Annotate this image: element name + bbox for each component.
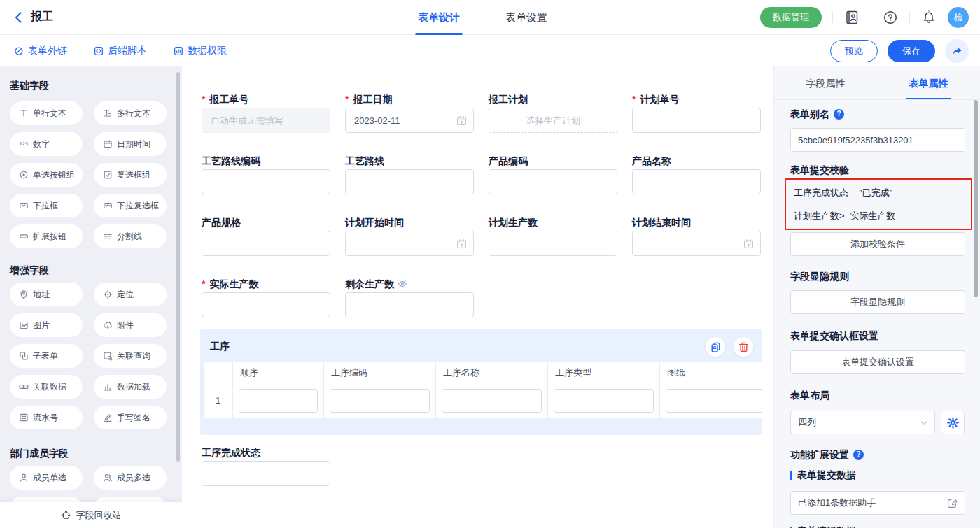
sidebar-item-select[interactable]: 下拉框 xyxy=(10,194,83,217)
field-route-code[interactable]: 工艺路线编码 xyxy=(202,154,330,194)
field-process-status[interactable]: 工序完成状态 xyxy=(202,445,330,486)
sidebar-item-text-single[interactable]: 单行文本 xyxy=(10,101,83,125)
sidebar-item-linked-data[interactable]: 关联数据 xyxy=(10,375,83,399)
sidebar-scrollbar[interactable] xyxy=(176,72,180,462)
copy-subform-button[interactable] xyxy=(706,337,725,357)
process-code-cell-input[interactable] xyxy=(330,389,430,413)
tab-form-settings[interactable]: 表单设置 xyxy=(505,0,547,35)
preview-button[interactable]: 预览 xyxy=(830,40,878,62)
contact-book-button[interactable] xyxy=(844,9,860,26)
help-button[interactable] xyxy=(882,9,899,26)
sidebar-item-address[interactable]: 地址 xyxy=(10,283,83,306)
tab-field-properties[interactable]: 字段属性 xyxy=(774,66,877,99)
layout-settings-button[interactable] xyxy=(941,411,965,434)
item-label: 流水号 xyxy=(33,412,58,424)
route-input[interactable] xyxy=(346,170,473,194)
title-edit-dash[interactable] xyxy=(70,27,132,27)
sidebar-item-member-single[interactable]: 成员单选 xyxy=(10,466,83,490)
back-chevron-icon xyxy=(11,10,27,25)
plan-qty-input[interactable] xyxy=(489,231,617,255)
sidebar-item-multi-select[interactable]: 下拉复选框 xyxy=(94,194,167,217)
panel-scrollbar[interactable] xyxy=(974,100,978,297)
data-load-icon xyxy=(103,382,113,392)
data-manage-button[interactable]: 数据管理 xyxy=(760,7,822,28)
field-report-plan[interactable]: 报工计划 xyxy=(489,92,617,133)
sidebar-item-member-multi[interactable]: 成员多选 xyxy=(94,466,167,490)
back-button[interactable] xyxy=(11,10,27,25)
sidebar-item-ext-button[interactable]: 扩展按钮 xyxy=(10,224,83,248)
multi-select-icon xyxy=(103,201,113,211)
extension-help-icon[interactable]: ? xyxy=(853,450,864,460)
field-recycle-bin[interactable]: 字段回收站 xyxy=(0,502,182,528)
sidebar-item-subform[interactable]: 子表单 xyxy=(10,344,83,368)
product-name-input[interactable] xyxy=(633,170,760,194)
delete-subform-button[interactable] xyxy=(734,337,753,357)
sidebar-item-divider[interactable]: 分割线 xyxy=(94,224,167,248)
field-report-date[interactable]: *报工日期 xyxy=(345,92,474,133)
product-spec-input[interactable] xyxy=(202,231,330,255)
subform-process[interactable]: 工序 顺序 工序编码 工序名称 工序类型 xyxy=(200,329,762,435)
save-button[interactable]: 保存 xyxy=(888,40,935,62)
data-permission-button[interactable]: 数据权限 xyxy=(174,45,227,57)
sidebar-item-location[interactable]: 定位 xyxy=(94,283,167,306)
tab-form-design[interactable]: 表单设计 xyxy=(418,0,460,35)
field-label: 产品规格 xyxy=(202,215,241,229)
process-type-cell-input[interactable] xyxy=(554,389,654,413)
sidebar-item-image[interactable]: 图片 xyxy=(10,313,83,337)
validation-rule-1[interactable]: 工序完成状态=="已完成" xyxy=(794,181,971,204)
process-status-input[interactable] xyxy=(202,462,330,485)
sidebar-item-checkbox-group[interactable]: 复选框组 xyxy=(94,163,167,187)
sidebar-item-number[interactable]: 123 数字 xyxy=(10,132,83,156)
sidebar-item-text-multi[interactable]: 多行文本 xyxy=(94,101,167,125)
sidebar-item-lookup[interactable]: 关联查询 xyxy=(94,344,167,368)
sidebar-item-attachment[interactable]: 附件 xyxy=(94,313,167,337)
user-avatar[interactable]: 检 xyxy=(948,7,969,28)
sidebar-item-datetime[interactable]: 日期时间 xyxy=(94,132,167,156)
tab-form-properties[interactable]: 表单属性 xyxy=(877,66,980,99)
route-code-input[interactable] xyxy=(202,170,330,194)
process-name-cell-input[interactable] xyxy=(442,389,542,413)
field-plan-no[interactable]: *计划单号 xyxy=(632,92,761,133)
report-no-input[interactable] xyxy=(202,108,330,132)
submit-data-box[interactable]: 已添加1条数据助手 xyxy=(790,491,965,515)
plan-no-input[interactable] xyxy=(633,108,760,132)
data-permission-label: 数据权限 xyxy=(188,45,227,57)
field-product-name[interactable]: 产品名称 xyxy=(632,154,761,194)
copy-icon xyxy=(710,341,722,353)
add-validation-button[interactable]: 添加校验条件 xyxy=(790,232,965,256)
layout-select[interactable]: 四列 xyxy=(790,411,935,434)
sidebar-item-radio-group[interactable]: 单选按钮组 xyxy=(10,163,83,187)
report-plan-input[interactable] xyxy=(489,108,617,132)
alias-help-icon[interactable]: ? xyxy=(834,109,844,120)
plan-start-input[interactable] xyxy=(346,231,473,255)
field-route[interactable]: 工艺路线 xyxy=(345,154,474,194)
backend-script-button[interactable]: 后端脚本 xyxy=(94,45,147,57)
report-date-input[interactable] xyxy=(346,108,473,132)
actual-qty-input[interactable] xyxy=(202,293,330,317)
share-button[interactable] xyxy=(945,39,969,63)
plan-end-input[interactable] xyxy=(633,231,760,255)
order-cell-input[interactable] xyxy=(239,389,318,413)
field-report-no[interactable]: *报工单号 xyxy=(202,92,330,133)
visibility-rules-button[interactable]: 字段显隐规则 xyxy=(790,290,965,314)
remain-qty-input[interactable] xyxy=(346,293,473,317)
sidebar-item-signature[interactable]: 手写签名 xyxy=(94,406,167,429)
product-code-input[interactable] xyxy=(489,170,617,194)
external-link-button[interactable]: 表单外链 xyxy=(14,45,67,57)
field-actual-qty[interactable]: *实际生产数 xyxy=(202,277,330,317)
field-remain-qty[interactable]: 剩余生产数 xyxy=(345,277,474,317)
field-plan-qty[interactable]: 计划生产数 xyxy=(489,215,617,256)
field-product-spec[interactable]: 产品规格 xyxy=(202,215,330,256)
drawing-cell-input[interactable] xyxy=(666,389,762,413)
sidebar-item-serial[interactable]: 流水号 xyxy=(10,406,83,429)
validation-rule-2[interactable]: 计划生产数>=实际生产数 xyxy=(794,204,971,227)
sidebar-item-data-load[interactable]: 数据加载 xyxy=(94,375,167,399)
field-product-code[interactable]: 产品编码 xyxy=(489,154,617,194)
form-row-2: 工艺路线编码 工艺路线 产品编码 产品名称 xyxy=(202,154,774,194)
alias-input[interactable] xyxy=(791,129,965,151)
address-icon xyxy=(19,290,29,299)
field-plan-end[interactable]: 计划结束时间 xyxy=(632,215,761,256)
notification-button[interactable] xyxy=(920,9,937,26)
submit-confirm-button[interactable]: 表单提交确认设置 xyxy=(790,350,965,374)
field-plan-start[interactable]: 计划开始时间 xyxy=(345,215,474,256)
